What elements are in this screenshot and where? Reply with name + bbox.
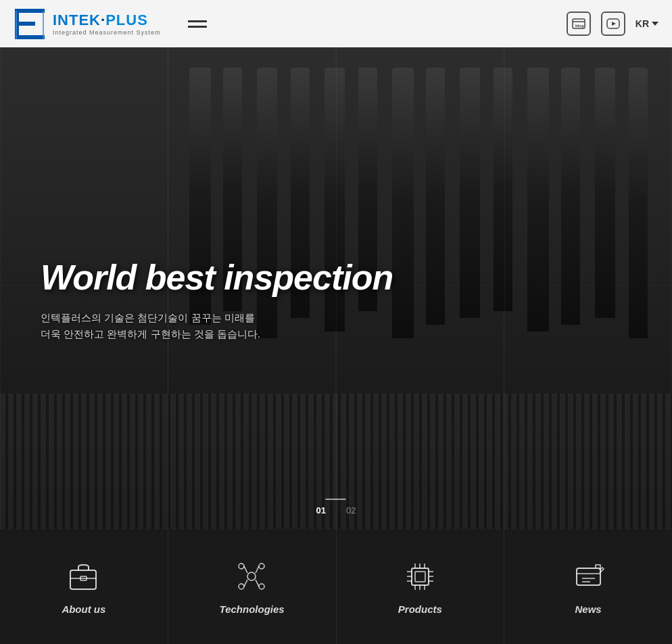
logo-icon — [14, 5, 46, 43]
machine-col — [595, 68, 615, 318]
svg-line-21 — [244, 580, 247, 586]
nav-card-technologies[interactable]: Technologies — [168, 529, 337, 644]
hamburger-menu[interactable] — [188, 20, 207, 28]
machine-col — [629, 68, 648, 338]
language-label: KR — [635, 18, 649, 29]
machine-col — [561, 68, 580, 325]
slide-progress-bar — [326, 499, 346, 500]
nav-label-products: Products — [398, 603, 442, 615]
logo-area: INTEK·PLUS Integrated Measurement System — [14, 5, 207, 43]
machine-col — [460, 68, 480, 318]
svg-point-18 — [247, 572, 256, 580]
grid-line — [504, 0, 505, 529]
bottom-navigation: About us Technologies — [0, 529, 672, 644]
hero-section: World best inspection 인텍플러스의 기술은 첨단기술이 꿈… — [0, 0, 672, 529]
svg-rect-11 — [70, 570, 96, 589]
slide-active[interactable]: 01 — [316, 505, 326, 515]
slide-inactive[interactable]: 02 — [346, 505, 356, 515]
logo-brand: INTEK·PLUS — [53, 12, 161, 29]
svg-rect-3 — [15, 35, 45, 39]
svg-line-19 — [244, 566, 247, 573]
language-selector[interactable]: KR — [635, 18, 658, 29]
header-right: blog KR — [567, 12, 658, 36]
machine-col — [392, 68, 414, 338]
nav-label-about-us: About us — [62, 603, 105, 615]
logo-text: INTEK·PLUS Integrated Measurement System — [53, 12, 161, 36]
svg-point-15 — [259, 564, 264, 569]
slide-indicators: 01 02 — [316, 499, 356, 515]
hero-title: World best inspection — [41, 257, 393, 298]
svg-marker-10 — [612, 22, 616, 26]
hero-subtitle-line2: 더욱 안전하고 완벽하게 구현하는 것을 돕습니다. — [41, 326, 393, 342]
blog-icon: blog — [572, 18, 585, 29]
svg-rect-23 — [412, 568, 429, 585]
nav-label-news: News — [575, 603, 602, 615]
hero-subtitle-line1: 인텍플러스의 기술은 첨단기술이 꿈꾸는 미래를 — [41, 310, 393, 326]
svg-point-14 — [239, 564, 244, 569]
svg-text:blog: blog — [575, 24, 584, 28]
blog-button[interactable]: blog — [567, 12, 591, 36]
nav-card-about-us[interactable]: About us — [0, 529, 168, 644]
machine-col — [494, 68, 512, 311]
svg-point-16 — [239, 584, 244, 589]
svg-line-20 — [256, 566, 259, 573]
svg-point-17 — [259, 584, 264, 589]
hero-subtitle: 인텍플러스의 기술은 첨단기술이 꿈꾸는 미래를 더욱 안전하고 완벽하게 구현… — [41, 310, 393, 342]
nav-card-news[interactable]: News — [504, 529, 672, 644]
nav-label-technologies: Technologies — [220, 603, 285, 615]
briefcase-icon — [65, 558, 102, 595]
logo-subtitle: Integrated Measurement System — [53, 29, 161, 36]
svg-rect-24 — [415, 572, 425, 582]
machine-col — [426, 68, 445, 325]
youtube-button[interactable] — [601, 12, 625, 36]
svg-rect-2 — [15, 22, 35, 26]
svg-line-22 — [256, 580, 259, 586]
header: INTEK·PLUS Integrated Measurement System… — [0, 0, 672, 47]
machine-col — [527, 68, 549, 331]
chevron-down-icon — [652, 22, 658, 26]
nav-card-products[interactable]: Products — [337, 529, 505, 644]
youtube-icon — [606, 18, 620, 29]
svg-rect-1 — [15, 9, 45, 13]
slide-numbers: 01 02 — [316, 505, 356, 515]
circuit-icon — [233, 558, 270, 595]
chip-icon — [402, 558, 439, 595]
hero-text-block: World best inspection 인텍플러스의 기술은 첨단기술이 꿈… — [41, 257, 393, 342]
handshake-icon — [570, 558, 607, 595]
svg-rect-37 — [577, 568, 600, 585]
